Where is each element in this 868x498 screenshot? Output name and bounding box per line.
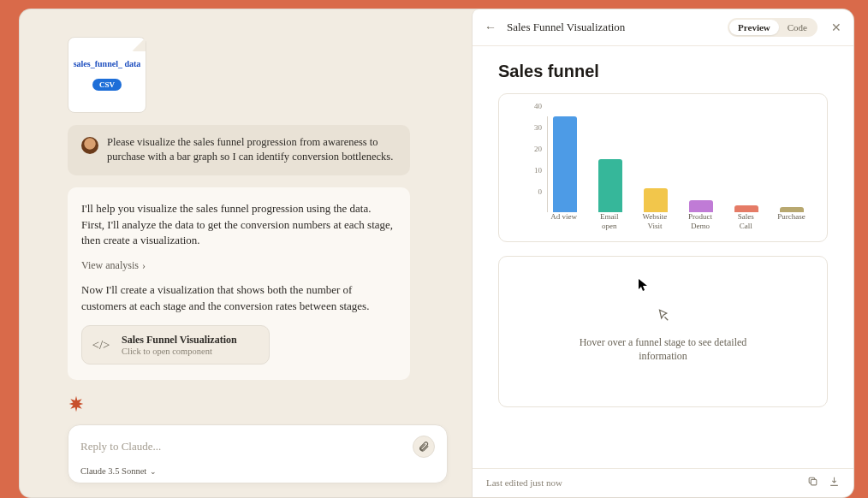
last-edited-label: Last edited just now [486,477,562,488]
bar[interactable] [553,116,577,212]
copy-button[interactable] [807,476,818,489]
x-tick-label: Email open [592,212,626,231]
bar[interactable] [598,159,622,212]
hover-hint-card: Hover over a funnel stage to see detaile… [498,256,828,408]
avatar [81,137,98,154]
bar[interactable] [780,207,804,212]
artifact-card[interactable]: </> Sales Funnel Visualization Click to … [81,325,270,365]
assistant-message: I'll help you visualize the sales funnel… [68,187,410,380]
composer-placeholder: Reply to Claude... [80,440,161,454]
download-button[interactable] [829,476,840,489]
attach-button[interactable] [413,436,435,458]
artifact-panel: ← Sales Funnel Visualization Preview Cod… [472,9,853,497]
view-analysis-link[interactable]: View analysis › [81,259,396,272]
bar[interactable] [734,205,758,212]
pointer-icon [656,308,671,327]
preview-code-toggle: Preview Code [728,18,817,37]
view-analysis-label: View analysis [81,259,139,272]
x-tick-label: Sales Call [729,212,763,231]
file-type-badge: CSV [92,79,122,91]
back-button[interactable]: ← [485,21,500,34]
panel-title: Sales Funnel Visualization [507,21,625,34]
user-message: Please visualize the sales funnel progre… [68,125,410,175]
tab-preview[interactable]: Preview [729,20,779,35]
user-message-text: Please visualize the sales funnel progre… [107,135,396,165]
paperclip-icon [418,441,430,453]
x-tick-label: Purchase [775,212,808,231]
assistant-paragraph: I'll help you visualize the sales funnel… [81,201,396,250]
close-button[interactable]: ✕ [831,21,841,35]
svg-rect-0 [811,479,817,485]
file-attachment[interactable]: sales_funnel_ data CSV [68,37,146,113]
model-label: Claude 3.5 Sonnet [80,466,146,476]
chart-card: 403020100 Ad viewEmail openWebsite Visit… [498,93,828,242]
hover-hint-text: Hover over a funnel stage to see detaile… [569,335,758,365]
x-tick-label: Ad view [547,212,580,231]
copy-icon [807,476,818,487]
code-icon: </> [82,326,120,364]
tab-code[interactable]: Code [779,20,816,35]
assistant-paragraph: Now I'll create a visualization that sho… [81,282,396,315]
bar[interactable] [689,200,713,212]
file-name: sales_funnel_ data [70,59,145,70]
model-selector[interactable]: Claude 3.5 Sonnet ⌄ [80,466,435,476]
download-icon [829,476,840,487]
y-axis: 403020100 [516,106,542,200]
chevron-down-icon: ⌄ [150,467,157,476]
composer[interactable]: Reply to Claude... Claude 3.5 Sonnet ⌄ [68,424,448,483]
bar[interactable] [644,188,668,212]
bar-chart[interactable]: 403020100 [518,110,808,212]
claude-logo-icon [68,395,85,412]
artifact-title: Sales Funnel Visualization [122,334,237,347]
artifact-subtitle: Click to open component [122,347,237,356]
x-tick-label: Website Visit [638,212,671,231]
x-tick-label: Product Demo [684,212,717,231]
chart-heading: Sales funnel [498,62,828,81]
x-axis-labels: Ad viewEmail openWebsite VisitProduct De… [547,212,808,231]
chevron-right-icon: › [142,259,146,272]
